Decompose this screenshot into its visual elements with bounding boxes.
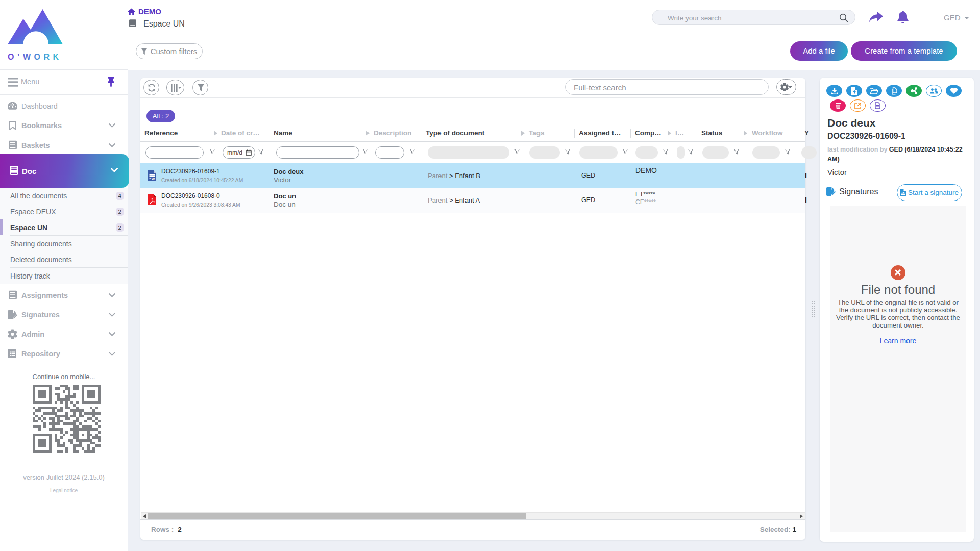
svg-text:w: w bbox=[151, 177, 155, 181]
svg-text:O’WORK: O’WORK bbox=[8, 53, 62, 61]
